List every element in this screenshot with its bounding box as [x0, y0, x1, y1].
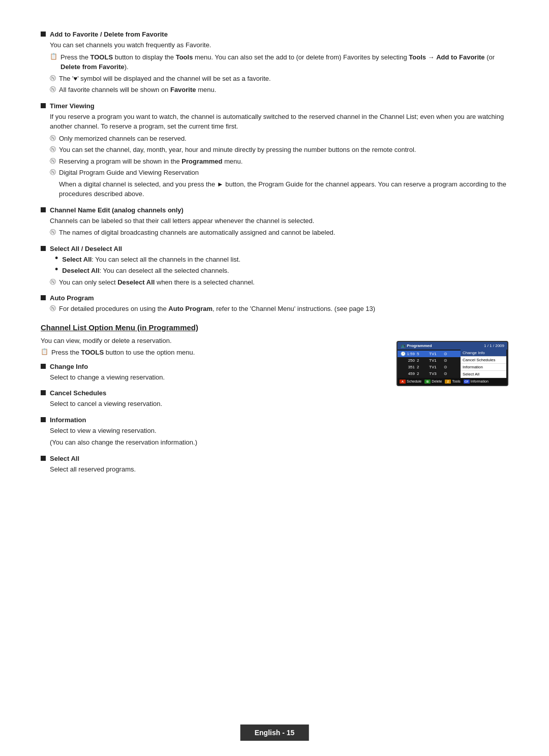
cl-subsection-body2: (You can also change the reservation inf…: [50, 437, 381, 448]
note-info-icon: Ⓝ: [50, 278, 56, 287]
tv-menu-item-change-info: Change Info: [461, 350, 506, 357]
cl-change-info: Change Info Select to change a viewing r…: [41, 363, 381, 383]
cl-subsection-body: Select all reserved programs.: [50, 464, 381, 475]
tv-row: 459 2 TV3 ⊙: [398, 370, 461, 377]
cl-subsection-title: Information: [50, 416, 86, 424]
note-text: You can set the channel, day, month, yea…: [59, 145, 416, 155]
note-info-icon: Ⓝ: [50, 228, 56, 237]
tv-context-menu: Change Info Cancel Schedules Information…: [461, 350, 506, 378]
note-info-icon: Ⓝ: [50, 304, 56, 313]
tv-footer-item: B Delete: [424, 380, 442, 384]
tv-row-ch: 2: [417, 358, 427, 363]
cl-information: Information Select to view a viewing res…: [41, 416, 381, 448]
tv-row-num: 459: [400, 371, 415, 376]
note-text: The names of digital broadcasting channe…: [59, 228, 335, 238]
channel-list-title: Channel List Option Menu (in Programmed): [41, 323, 508, 332]
tv-row-icon: ⊙: [444, 371, 449, 376]
section-select-all: Select All / Deselect All • Select All: …: [41, 245, 508, 288]
tv-row-name: TV3: [429, 371, 442, 376]
footer-btn-yellow: Z: [445, 380, 451, 384]
note-item: Ⓝ For detailed procedures on using the A…: [50, 304, 508, 314]
note-item: Ⓝ You can set the channel, day, month, y…: [50, 145, 508, 155]
section-channel-name-edit: Channel Name Edit (analog channels only)…: [41, 206, 508, 238]
tv-row-num: 250: [400, 358, 415, 363]
section-channel-list-option: Channel List Option Menu (in Programmed)…: [41, 323, 508, 482]
tv-row-icon: ⊙: [444, 352, 449, 356]
note-info-icon: Ⓝ: [50, 134, 56, 143]
cl-cancel-schedules: Cancel Schedules Select to cancel a view…: [41, 389, 381, 409]
tv-content-row: 🕐 1:59 5 TV1 ⊙ 250 2 TV1 ⊙: [398, 350, 507, 378]
cl-subsection-body1: Select to view a viewing reservation.: [50, 426, 381, 436]
tv-row-name: TV1: [429, 358, 442, 363]
cl-tools-text: Press the TOOLS button to use the option…: [51, 348, 195, 358]
tv-header-date: 1 / 1 / 2009: [484, 343, 504, 348]
footer-btn-green: B: [424, 380, 431, 384]
note-item: Ⓝ Digital Program Guide and Viewing Rese…: [50, 168, 508, 178]
tv-menu-item-cancel-schedules: Cancel Schedules: [461, 357, 506, 364]
footer-label: Tools: [452, 380, 460, 383]
note-info-icon: Ⓝ: [50, 168, 56, 177]
note-tools-icon: 📋: [50, 53, 57, 60]
bullet-dot: •: [55, 254, 58, 263]
section-add-favorite: Add to Favorite / Delete from Favorite Y…: [41, 30, 508, 95]
note-item: 📋 Press the TOOLS button to display the …: [50, 52, 508, 72]
tv-header-left: 📺 Programmed: [401, 343, 432, 348]
tv-row-icon: ⊙: [444, 365, 449, 369]
note-info-icon: Ⓝ: [50, 74, 56, 83]
section-title: Select All / Deselect All: [50, 245, 122, 253]
channel-list-text-content: You can view, modify or delete a reserva…: [41, 336, 381, 482]
note-item: Ⓝ Only memorized channels can be reserve…: [50, 134, 508, 144]
note-tools-icon: 📋: [41, 348, 48, 355]
footer-label: Information: [471, 380, 489, 383]
tv-menu-item-information: Information: [461, 364, 506, 371]
footer-btn-blue: CF: [464, 380, 470, 384]
tv-row-icon: ⊙: [444, 358, 449, 363]
note-text: The '♥' symbol will be displayed and the…: [59, 74, 271, 84]
tv-footer-item: Z Tools: [445, 380, 460, 384]
bullet-square: [41, 207, 46, 212]
note-text: Digital Program Guide and Viewing Reserv…: [59, 168, 199, 178]
bullet-square: [41, 364, 46, 369]
note-text: For detailed procedures on using the Aut…: [59, 304, 375, 314]
tv-row-ch: 2: [417, 371, 427, 376]
note-item: Ⓝ All favorite channels will be shown on…: [50, 85, 508, 95]
section-auto-program: Auto Program Ⓝ For detailed procedures o…: [41, 294, 508, 314]
note-info-icon: Ⓝ: [50, 157, 56, 166]
note-item: Ⓝ Reserving a program will be shown in t…: [50, 156, 508, 167]
bullet-text: Select All: You can select all the chann…: [62, 255, 240, 265]
tv-row: 🕐 1:59 5 TV1 ⊙: [398, 351, 461, 357]
tv-header: 📺 Programmed 1 / 1 / 2009: [398, 342, 507, 350]
tv-footer-item: A Schedule: [400, 380, 421, 384]
tv-row: 351 2 TV1 ⊙: [398, 364, 461, 370]
bullet-item: • Deselect All: You can deselect all the…: [55, 266, 508, 276]
cl-subsection-title: Change Info: [50, 363, 88, 370]
section-body: If you reserve a program you want to wat…: [50, 112, 508, 132]
sub-body: When a digital channel is selected, and …: [59, 179, 508, 199]
note-info-icon: Ⓝ: [50, 85, 56, 94]
bullet-square: [41, 246, 46, 251]
tv-row-num: 351: [400, 365, 415, 369]
bullet-dot: •: [55, 265, 58, 274]
cl-subsection-title: Cancel Schedules: [50, 389, 106, 397]
tv-channel-list: 🕐 1:59 5 TV1 ⊙ 250 2 TV1 ⊙: [398, 350, 461, 378]
footer-btn-red: A: [400, 380, 406, 384]
note-text: Only memorized channels can be reserved.: [59, 134, 187, 144]
footer-label: Schedule: [407, 380, 421, 383]
note-text: Press the TOOLS button to display the To…: [60, 52, 508, 72]
note-text: Reserving a program will be shown in the…: [59, 156, 242, 167]
tv-row-name: TV1: [429, 352, 442, 356]
cl-subsection-title: Select All: [50, 455, 79, 462]
tv-screenshot: 📺 Programmed 1 / 1 / 2009 🕐 1:59 5 TV1 ⊙: [396, 341, 508, 386]
tv-row-num: 🕐 1:59: [400, 352, 415, 356]
cl-subsection-body: Select to change a viewing reservation.: [50, 372, 381, 383]
bullet-square: [41, 32, 46, 37]
bullet-square: [41, 295, 46, 300]
section-title: Auto Program: [50, 294, 94, 302]
bullet-square: [41, 390, 46, 395]
tv-body: 🕐 1:59 5 TV1 ⊙ 250 2 TV1 ⊙: [398, 350, 461, 378]
section-title: Channel Name Edit (analog channels only): [50, 206, 184, 214]
cl-tools-note: 📋 Press the TOOLS button to use the opti…: [41, 348, 381, 358]
tv-row-name: TV1: [429, 365, 442, 369]
section-title: Add to Favorite / Delete from Favorite: [50, 30, 168, 38]
tv-footer-item: CF Information: [464, 380, 489, 384]
